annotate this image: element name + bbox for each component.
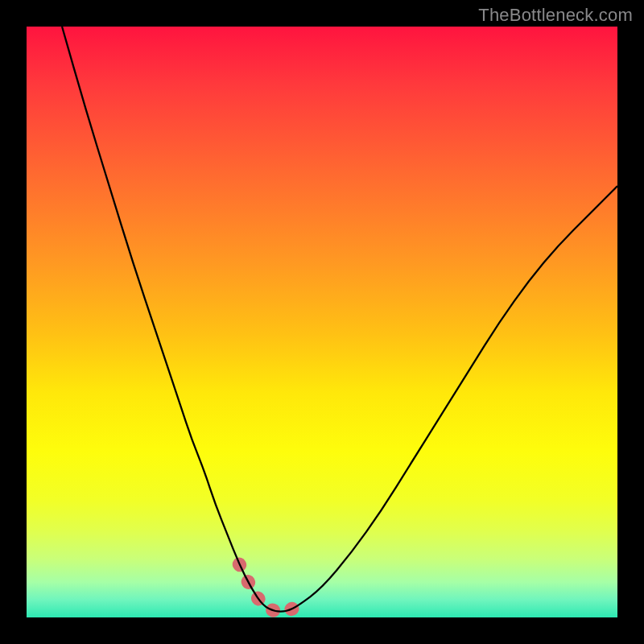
trough-highlight bbox=[239, 564, 298, 612]
curve-svg bbox=[27, 27, 617, 617]
chart-container: TheBottleneck.com bbox=[0, 0, 644, 644]
watermark-text: TheBottleneck.com bbox=[478, 5, 633, 26]
main-curve bbox=[62, 27, 617, 612]
plot-area bbox=[27, 27, 617, 617]
